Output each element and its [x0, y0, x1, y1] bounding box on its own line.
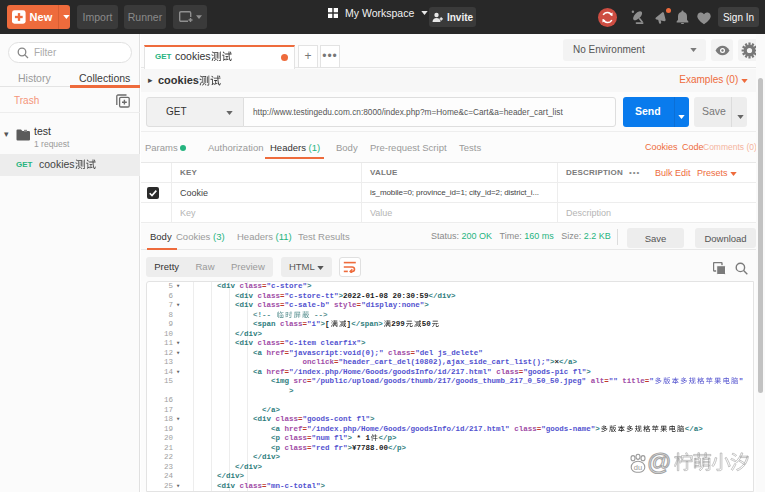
- svg-text:du: du: [634, 463, 642, 472]
